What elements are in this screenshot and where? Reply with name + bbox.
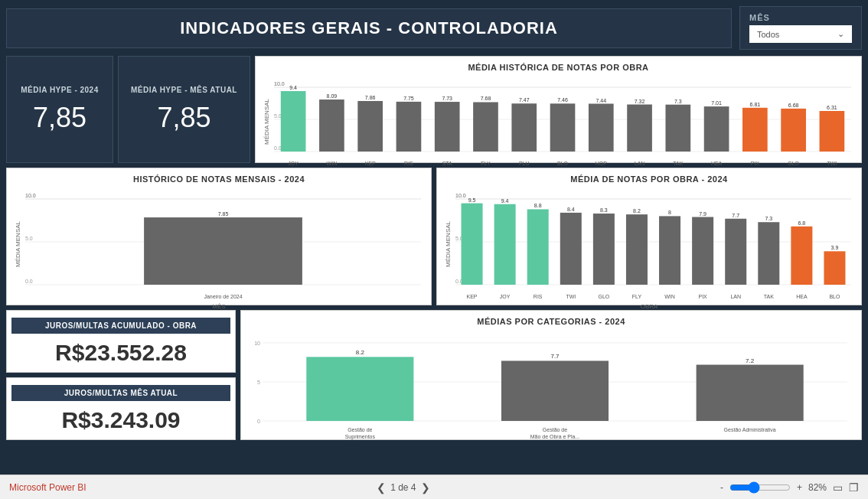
- svg-text:0.0: 0.0: [274, 145, 282, 151]
- mes-filter-box: MÊS Todos ⌄: [739, 6, 862, 50]
- svg-text:Suprimentos: Suprimentos: [345, 434, 376, 440]
- mes-dropdown[interactable]: Todos ⌄: [749, 25, 852, 43]
- svg-text:BLO: BLO: [829, 294, 840, 299]
- chevron-down-icon: ⌄: [837, 29, 844, 39]
- svg-text:3.9: 3.9: [831, 245, 839, 250]
- chart-historica: MÉDIA HISTÓRICA DE NOTAS POR OBRA MÉDIA …: [255, 56, 862, 163]
- svg-text:RIS: RIS: [404, 161, 413, 166]
- finance-metrics: JUROS/MULTAS ACUMULADO - OBRA R$23.552.2…: [6, 310, 236, 440]
- next-page-button[interactable]: ❯: [421, 481, 430, 494]
- chart-historica-title: MÉDIA HISTÓRICA DE NOTAS POR OBRA: [262, 63, 855, 72]
- svg-text:8.2: 8.2: [356, 349, 365, 356]
- svg-text:8.09: 8.09: [327, 93, 338, 99]
- chart-mensal-title: HISTÓRICO DE NOTAS MENSAIS - 2024: [13, 174, 425, 184]
- zoom-slider[interactable]: [729, 481, 791, 494]
- svg-text:7.7: 7.7: [732, 213, 739, 218]
- svg-rect-11: [319, 99, 344, 152]
- svg-text:KEP: KEP: [365, 161, 376, 166]
- svg-text:5: 5: [257, 380, 260, 385]
- zoom-value: 82%: [808, 482, 827, 493]
- chart-categorias: MÉDIAS POR CATEGORIAS - 2024 05108.2Gest…: [240, 310, 862, 440]
- footer-brand[interactable]: Microsoft Power BI: [9, 482, 86, 493]
- svg-rect-75: [494, 204, 516, 285]
- svg-rect-118: [501, 360, 609, 421]
- zoom-minus-icon[interactable]: -: [720, 482, 723, 493]
- svg-text:8.4: 8.4: [567, 207, 575, 212]
- svg-text:PLU: PLU: [519, 161, 530, 166]
- mes-label: MÊS: [749, 13, 852, 22]
- svg-text:PIX: PIX: [751, 161, 760, 166]
- media-mes-card: MÉDIA HYPE - MÊS ATUAL 7,85: [118, 56, 250, 163]
- svg-text:Mão de Obra e Pla...: Mão de Obra e Pla...: [530, 434, 580, 439]
- svg-text:8.2: 8.2: [633, 208, 641, 214]
- juros-mes-value: R$3.243.09: [61, 407, 180, 433]
- svg-text:JOY: JOY: [288, 161, 299, 166]
- svg-text:GLO: GLO: [788, 161, 799, 166]
- svg-rect-23: [473, 102, 498, 152]
- svg-text:STA: STA: [442, 161, 452, 166]
- svg-rect-29: [550, 103, 576, 152]
- svg-rect-47: [781, 109, 806, 152]
- chart-mensal: HISTÓRICO DE NOTAS MENSAIS - 2024 MÉDIA …: [6, 168, 432, 305]
- mes-value: Todos: [757, 30, 779, 39]
- svg-text:TWI: TWI: [827, 161, 837, 166]
- svg-text:Gestão de: Gestão de: [543, 427, 567, 432]
- svg-rect-87: [626, 214, 648, 285]
- svg-text:6.8: 6.8: [798, 220, 806, 226]
- svg-text:8.8: 8.8: [534, 203, 542, 208]
- svg-text:0.0: 0.0: [25, 279, 33, 284]
- svg-text:10.0: 10.0: [274, 81, 285, 86]
- svg-text:JOY: JOY: [500, 294, 511, 299]
- juros-value: R$23.552.28: [55, 340, 187, 366]
- svg-text:7.01: 7.01: [711, 100, 722, 106]
- svg-rect-8: [281, 91, 306, 152]
- svg-text:TAK: TAK: [673, 161, 683, 166]
- svg-text:WIN: WIN: [327, 161, 338, 166]
- svg-text:HEA: HEA: [711, 161, 723, 166]
- svg-text:9.4: 9.4: [501, 198, 509, 204]
- chart-mensal-bars: 0.05.010.010.07.85Janeiro de 2024: [21, 187, 425, 302]
- svg-text:7.47: 7.47: [519, 97, 530, 103]
- svg-rect-38: [665, 105, 690, 152]
- expand-icon[interactable]: ❐: [849, 481, 859, 494]
- fit-screen-icon[interactable]: ▭: [833, 481, 843, 494]
- chart-obra-title: MÉDIA DE NOTAS POR OBRA - 2024: [443, 174, 855, 184]
- svg-text:TWI: TWI: [566, 294, 576, 299]
- svg-rect-14: [357, 101, 383, 152]
- media-mes-value: 7,85: [157, 102, 210, 134]
- footer-zoom: - + 82% ▭ ❐: [720, 481, 859, 494]
- powerbi-link[interactable]: Microsoft Power BI: [9, 482, 86, 493]
- svg-rect-93: [692, 217, 713, 285]
- prev-page-button[interactable]: ❮: [377, 481, 386, 494]
- svg-text:KEP: KEP: [467, 294, 478, 299]
- svg-rect-20: [435, 102, 460, 152]
- svg-text:Gestão de: Gestão de: [348, 427, 372, 432]
- svg-text:PIX: PIX: [698, 294, 707, 299]
- media-hype-value: 7,85: [33, 102, 86, 134]
- svg-text:Janeiro de 2024: Janeiro de 2024: [204, 294, 242, 299]
- svg-rect-61: [144, 217, 302, 285]
- footer-pagination: ❮ 1 de 4 ❯: [377, 481, 429, 494]
- svg-text:10: 10: [254, 341, 260, 346]
- svg-rect-102: [791, 227, 812, 285]
- svg-text:TAK: TAK: [764, 294, 774, 299]
- svg-rect-122: [697, 365, 804, 421]
- svg-rect-99: [758, 222, 779, 285]
- zoom-plus-icon[interactable]: +: [797, 482, 802, 493]
- chart-categorias-title: MÉDIAS POR CATEGORIAS - 2024: [247, 317, 855, 326]
- svg-rect-90: [659, 216, 680, 285]
- juros-acumulado-card: JUROS/MULTAS ACUMULADO - OBRA R$23.552.2…: [6, 310, 236, 373]
- svg-text:BLO: BLO: [557, 161, 569, 166]
- svg-text:RIS: RIS: [534, 294, 543, 299]
- chart-mensal-xlabel: MÊS: [13, 303, 425, 310]
- svg-rect-41: [704, 106, 729, 152]
- svg-text:7.32: 7.32: [635, 99, 645, 104]
- svg-rect-17: [396, 102, 422, 152]
- svg-rect-78: [527, 209, 549, 285]
- chart-historica-bars: 0.05.010.010.09.4JOY8.09WIN7.86KEP7.75RI…: [270, 75, 855, 168]
- svg-text:HEA: HEA: [796, 294, 808, 299]
- chart-mensal-ylabel: MÉDIA MENSAL: [13, 187, 21, 302]
- juros-mes-label: JUROS/MULTAS MÊS ATUAL: [11, 385, 230, 401]
- svg-text:7.75: 7.75: [403, 96, 414, 101]
- svg-text:6.31: 6.31: [827, 105, 837, 110]
